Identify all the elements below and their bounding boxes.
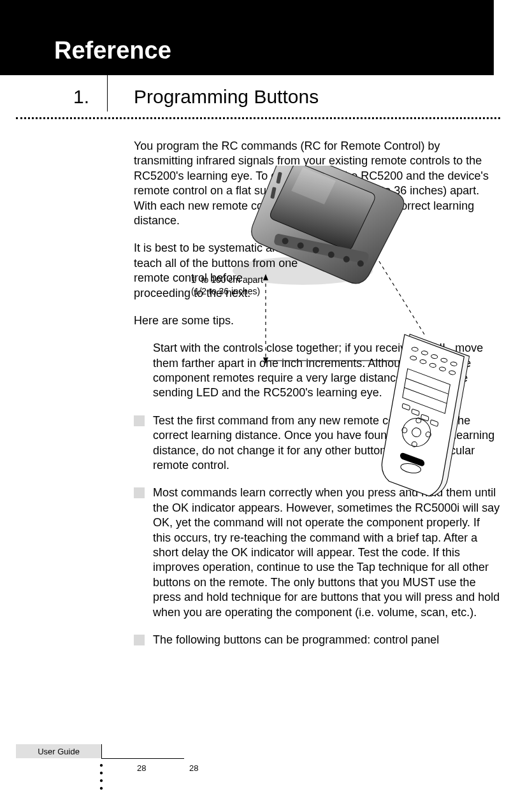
section-divider — [107, 75, 108, 112]
paragraph-3: Here are some tips. — [134, 313, 500, 328]
bullet-square-icon — [134, 635, 145, 645]
tip-text: Test the first command from any new remo… — [153, 414, 494, 472]
tips-list: Start with the controls close together; … — [153, 341, 500, 647]
intro-paragraph: You program the RC commands (RC for Remo… — [134, 139, 500, 228]
banner-title: Reference — [54, 37, 171, 64]
dotted-rule — [16, 117, 500, 119]
section-number: 1. — [73, 86, 89, 108]
page-number: 28 — [189, 763, 198, 773]
bullet-square-icon — [134, 487, 145, 498]
footer-dots-icon: ●●●● — [99, 761, 103, 792]
bullet-square-icon — [134, 415, 145, 426]
tip-item: The following buttons can be programmed:… — [153, 633, 500, 647]
header-banner: Reference — [0, 0, 494, 75]
page: Reference 1. Programming Buttons You pro… — [0, 0, 532, 792]
footer-rule — [101, 758, 184, 759]
tip-item: Test the first command from any new remo… — [153, 414, 500, 473]
distance-label: 1 to 100 cm apart (1/2 to 36 inches) — [191, 274, 263, 297]
user-guide-label: User Guide — [16, 744, 102, 758]
tip-text: Most commands learn correctly when you p… — [153, 486, 500, 618]
tip-item: Most commands learn correctly when you p… — [153, 486, 500, 620]
tip-text: The following buttons can be programmed:… — [153, 633, 439, 646]
tip-item: Start with the controls close together; … — [153, 341, 500, 401]
section-title: Programming Buttons — [134, 86, 319, 108]
tip-text: Start with the controls close together; … — [153, 342, 483, 399]
body-content: You program the RC commands (RC for Remo… — [134, 139, 500, 660]
page-number: 28 — [137, 763, 146, 773]
